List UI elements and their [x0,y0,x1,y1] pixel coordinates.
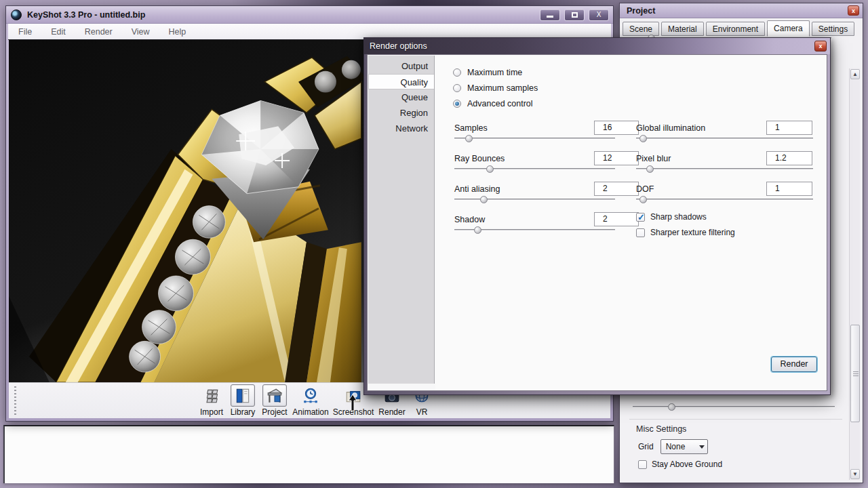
samples-slider[interactable] [454,138,615,140]
background-window[interactable] [3,425,614,483]
grid-dropdown[interactable]: None [660,439,708,454]
project-panel-title: Project [627,6,655,16]
library-icon [234,387,252,405]
mouse-cursor [347,394,358,414]
keyshot-app-icon [11,9,22,20]
maximize-icon [572,12,578,18]
window-title: KeyShot 3.3 Pro - untitled.bip [27,10,145,20]
shadow-slider[interactable] [454,229,615,231]
nav-network[interactable]: Network [368,121,434,136]
tab-environment[interactable]: Environment [706,22,765,36]
import-icon [203,387,220,405]
toolbar-drag-handle[interactable] [14,386,16,415]
sharper-texture-filtering-checkbox[interactable] [636,228,645,237]
toolbar-animation[interactable]: Animation [289,384,332,417]
menu-file[interactable]: File [18,27,32,37]
tab-camera[interactable]: Camera [767,20,810,37]
anti-aliasing-slider[interactable] [454,199,615,201]
radio-icon[interactable] [453,100,461,108]
scroll-up-icon[interactable]: ▲ [850,69,860,79]
window-titlebar[interactable]: KeyShot 3.3 Pro - untitled.bip X [6,6,613,24]
stay-above-ground-label: Stay Above Ground [652,460,722,469]
camera-setting-slider-thumb[interactable] [668,403,675,411]
tab-scene[interactable]: Scene [623,22,659,36]
nav-region[interactable]: Region [368,105,434,121]
dialog-nav: Output Quality Queue Region Network [368,56,435,384]
chevron-down-icon [699,445,705,449]
minimize-icon [547,16,553,18]
project-panel-close-button[interactable]: x [848,5,859,16]
samples-input[interactable]: 16 [594,121,639,135]
global-illumination-input[interactable]: 1 [766,121,812,135]
project-icon [266,387,283,405]
section-divider [629,419,842,420]
sharper-texture-filtering-row[interactable]: Sharper texture filtering [636,228,735,237]
ray-bounces-input[interactable]: 12 [594,151,639,165]
scrollbar-thumb[interactable] [850,325,860,422]
project-panel-titlebar[interactable]: Project x [620,3,863,18]
radio-icon[interactable] [453,68,461,77]
menu-help[interactable]: Help [169,27,186,37]
misc-settings-header: Misc Settings [636,424,686,434]
tab-settings[interactable]: Settings [812,22,854,36]
scroll-down-icon[interactable]: ▼ [850,469,860,479]
menu-render[interactable]: Render [85,27,113,37]
pixel-blur-input[interactable]: 1.2 [766,151,812,165]
ray-bounces-slider[interactable] [454,168,615,170]
nav-quality[interactable]: Quality [368,74,434,89]
dialog-close-button[interactable]: x [814,41,827,52]
close-icon: X [597,11,601,18]
render-options-dialog: Render options x Output Quality Queue Re… [363,37,831,395]
dof-slider[interactable] [636,199,813,201]
radio-icon[interactable] [453,84,461,92]
grid-dropdown-value: None [666,442,686,451]
menu-view[interactable]: View [132,27,150,37]
anti-aliasing-input[interactable]: 2 [594,182,639,196]
camera-setting-slider[interactable] [633,406,835,408]
dialog-titlebar[interactable]: Render options x [364,38,830,54]
minimize-button[interactable] [540,9,560,21]
tab-material[interactable]: Material [661,22,704,36]
dialog-title: Render options [370,41,427,51]
radio-maximum-samples[interactable]: Maximum samples [453,83,538,93]
pixel-blur-slider[interactable] [636,168,813,170]
nav-output[interactable]: Output [368,58,434,74]
project-tabs: Scene Material Environment Camera Settin… [623,20,850,36]
scrollbar-grip [853,371,859,376]
sharp-shadows-row[interactable]: Sharp shadows [636,212,707,222]
project-panel-scrollbar[interactable]: ▲ ▼ [849,68,860,480]
nav-queue[interactable]: Queue [368,89,434,105]
animation-icon [302,387,319,405]
render-button[interactable]: Render [771,357,817,372]
global-illumination-slider[interactable] [636,138,813,140]
dialog-body: Output Quality Queue Region Network Maxi… [367,54,827,391]
sharp-shadows-checkbox[interactable] [636,213,645,222]
radio-advanced-control[interactable]: Advanced control [453,99,533,108]
dof-input[interactable]: 1 [766,182,812,196]
stay-above-ground-checkbox[interactable] [638,460,647,469]
grid-label: Grid [638,442,654,451]
quality-page: Maximum time Maximum samples Advanced co… [435,56,826,390]
menu-edit[interactable]: Edit [51,27,66,37]
close-button[interactable]: X [589,9,609,21]
radio-maximum-time[interactable]: Maximum time [453,68,522,77]
maximize-button[interactable] [564,9,585,21]
shadow-input[interactable]: 2 [594,212,639,226]
